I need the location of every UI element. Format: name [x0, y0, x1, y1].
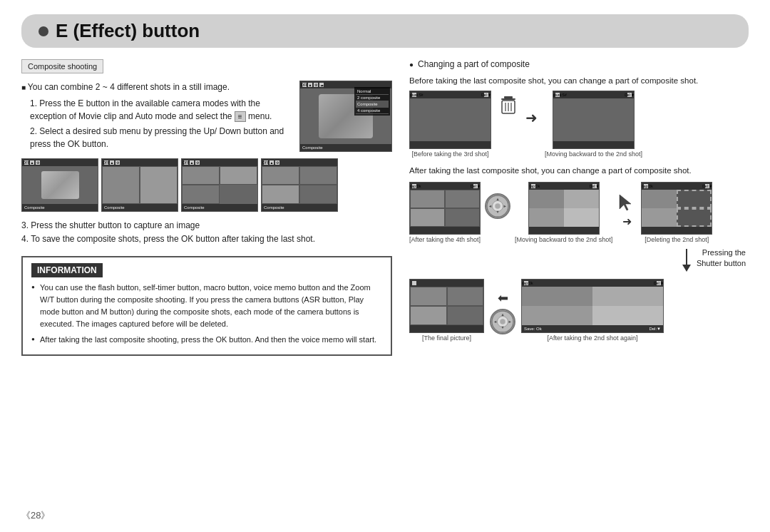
nav-icon-area: ▲ ▼ ◄ ►: [485, 193, 510, 219]
final-pic-item: [The final picture]: [409, 279, 484, 342]
page-number: 《28》: [21, 509, 50, 522]
left-column: Composite shooting OFF ▲ ⚙ ☁ Normal: [21, 59, 392, 356]
move-back-2nd-label: [Moving backward to the 2nd shot]: [545, 150, 642, 158]
composite-img-4: OFF▲⚙ Composite: [261, 158, 338, 212]
arrow-left: ⬅: [498, 290, 508, 306]
title-bar: E (Effect) button: [21, 14, 749, 48]
information-box: INFORMATION You can use the flash button…: [21, 256, 392, 355]
nav-wheel-icon: ▲ ▼ ◄ ►: [485, 193, 510, 219]
svg-marker-13: [620, 195, 631, 210]
after-2nd-again-item: Snap:DkDel:▼ Save: OkDel:▼ [After taking…: [521, 279, 664, 342]
step-4: 4. To save the composite shots, press th…: [21, 232, 392, 246]
svg-text:▼: ▼: [500, 325, 505, 329]
changing-desc: Before taking the last composite shot, y…: [409, 75, 749, 88]
svg-point-8: [495, 203, 500, 209]
move-back-2nd-label-2: [Moving backward to the 2nd shot]: [515, 236, 612, 243]
trash-icon: [498, 95, 518, 118]
changing-title: Changing a part of composite: [409, 59, 749, 69]
svg-text:►: ►: [503, 204, 508, 208]
after-4th-cam: Snap:DkDel:▼: [409, 182, 481, 235]
main-content: Composite shooting OFF ▲ ⚙ ☁ Normal: [21, 59, 749, 356]
svg-text:◄: ◄: [493, 319, 498, 324]
page: E (Effect) button Composite shooting OFF…: [0, 0, 770, 532]
composite-tag: Composite shooting: [21, 59, 103, 73]
row-final: [The final picture] ⬅ ▲ ▼ ◄ ►: [409, 279, 749, 342]
final-pic-cam: [409, 279, 484, 333]
svg-text:▲: ▲: [500, 312, 505, 316]
row-before-3rd: Capture:S#Del:▼ [Before taking the 3rd s…: [409, 91, 749, 158]
page-title: E (Effect) button: [56, 20, 200, 42]
menu-icon: ≡: [235, 111, 246, 122]
info-bullet-2: After taking the last composite shooting…: [31, 334, 382, 346]
after-desc: After taking the last composite shot, yo…: [409, 165, 749, 178]
cursor-icon-area: ➜: [617, 193, 637, 228]
final-pic-label: [The final picture]: [422, 334, 471, 342]
composite-img-3: OFF▲⚙ Composite: [181, 158, 258, 212]
move-back-2nd-item-2: Snap:DkDel:▼ [Moving backward to the 2nd…: [515, 182, 612, 243]
after-2nd-again-label: [After taking the 2nd shot again]: [547, 334, 637, 342]
after-4th-label: [After taking the 4th shot]: [409, 236, 481, 243]
deleting-2nd-cam: Snap:DkDel:▼: [641, 182, 712, 235]
move-back-2nd-cam-2: Snap:DkDel:▼: [528, 182, 600, 235]
svg-text:▲: ▲: [496, 196, 500, 200]
arrow-right-1: ➜: [525, 109, 538, 126]
svg-rect-1: [501, 98, 515, 100]
before-3rd-label: [Before taking the 3rd shot]: [411, 150, 488, 158]
pressing-note: Pressing the Shutter button: [697, 247, 749, 270]
info-bullet-1: You can use the flash button, self-timer…: [31, 282, 382, 330]
arrow-right-2: ➜: [622, 215, 632, 228]
pressing-note-area: Pressing the Shutter button: [409, 246, 749, 275]
info-text: You can use the flash button, self-timer…: [31, 282, 382, 345]
before-3rd-cam: Capture:S#Del:▼: [409, 91, 491, 149]
composite-img-1: OFF▲⚙ Composite: [21, 158, 98, 212]
deleting-2nd-label: [Deleting the 2nd shot]: [645, 236, 709, 243]
move-back-2nd-cam: Capture:S#Del:▼: [553, 91, 635, 149]
svg-point-18: [500, 319, 505, 324]
row-after-4th: Snap:DkDel:▼ [After taking the 4th shot]: [409, 182, 749, 243]
title-bullet: [38, 26, 48, 36]
deleting-2nd-item: Snap:DkDel:▼ [Deleting the 2nd shot]: [641, 182, 712, 243]
menu-overlay: Normal 2 composite Composite 4 composite: [354, 87, 390, 116]
step-3: 3. Press the shutter button to capture a…: [21, 219, 392, 232]
info-title: INFORMATION: [31, 263, 103, 277]
svg-marker-15: [682, 265, 691, 272]
arrow-down-icon: [679, 249, 694, 275]
right-column: Changing a part of composite Before taki…: [409, 59, 749, 356]
nav-wheel-icon-2: ▲ ▼ ◄ ►: [490, 309, 515, 334]
svg-text:►: ►: [508, 319, 513, 324]
main-camera-image: OFF ▲ ⚙ ☁ Normal 2 composite Composite 4…: [299, 81, 392, 152]
before-3rd-item: Capture:S#Del:▼ [Before taking the 3rd s…: [409, 91, 491, 158]
composite-img-2: OFF▲⚙ Composite: [101, 158, 178, 212]
after-4th-item: Snap:DkDel:▼ [After taking the 4th shot]: [409, 182, 481, 243]
composite-images-row: OFF▲⚙ Composite OFF▲⚙ Composite OFF▲⚙: [21, 158, 392, 212]
nav-icon-area-2: ⬅ ▲ ▼ ◄ ►: [490, 290, 515, 334]
svg-text:▼: ▼: [496, 210, 500, 214]
svg-text:◄: ◄: [488, 204, 493, 208]
after-2nd-again-cam: Snap:DkDel:▼ Save: OkDel:▼: [521, 279, 664, 333]
cursor-icon: [617, 193, 637, 213]
trash-icon-area: [498, 95, 518, 118]
steps-3-4: 3. Press the shutter button to capture a…: [21, 219, 392, 246]
move-back-2nd-item: Capture:S#Del:▼ [Moving backward to the …: [545, 91, 642, 158]
svg-rect-0: [504, 96, 513, 98]
